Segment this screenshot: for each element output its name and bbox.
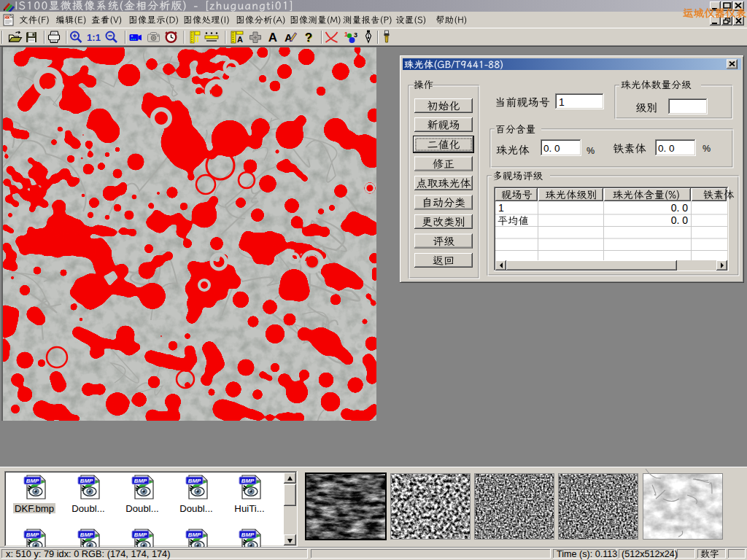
svg-text:%: % bbox=[587, 146, 595, 156]
svg-text:3: 3 bbox=[354, 31, 357, 39]
svg-text:?: ? bbox=[305, 31, 312, 44]
svg-text:Time (s): 0.113: Time (s): 0.113 bbox=[557, 549, 617, 559]
svg-text:1:1: 1:1 bbox=[87, 32, 101, 43]
svg-text:0. 0: 0. 0 bbox=[671, 214, 689, 226]
svg-text:1: 1 bbox=[559, 96, 565, 108]
svg-text:%: % bbox=[703, 144, 711, 154]
svg-text:0. 0: 0. 0 bbox=[543, 143, 560, 154]
svg-text:Doubl...: Doubl... bbox=[125, 503, 158, 514]
svg-text:A: A bbox=[237, 35, 243, 44]
svg-text:0. 0: 0. 0 bbox=[671, 202, 689, 214]
svg-text:Doubl...: Doubl... bbox=[179, 503, 212, 514]
svg-text:(512x512x24): (512x512x24) bbox=[622, 549, 678, 559]
svg-text:x: 510 y: 79 idx: 0 RGB: (17: x: 510 y: 79 idx: 0 RGB: (174, 174, 174) bbox=[6, 548, 171, 559]
svg-text:DKF.bmp: DKF.bmp bbox=[15, 503, 54, 514]
svg-text:Doubl...: Doubl... bbox=[71, 503, 104, 514]
svg-text:A: A bbox=[268, 31, 277, 44]
svg-text:HuiTi...: HuiTi... bbox=[234, 503, 264, 514]
svg-text:0. 0: 0. 0 bbox=[658, 143, 675, 154]
svg-text:1: 1 bbox=[498, 202, 504, 214]
svg-text:DOC: DOC bbox=[5, 16, 13, 20]
